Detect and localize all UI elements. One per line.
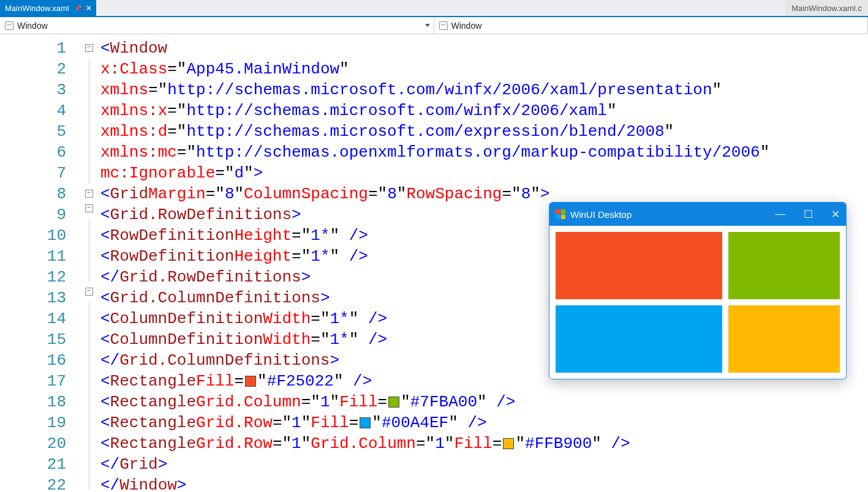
- code-line[interactable]: <Rectangle Grid.Row="1" Grid.Column="1" …: [100, 433, 769, 454]
- line-number-gutter: 12345678910111213141516171819202122: [0, 34, 80, 492]
- code-line[interactable]: mc:Ignorable="d">: [100, 163, 769, 184]
- line-number: 2: [0, 59, 66, 80]
- code-line[interactable]: xmlns:x="http://schemas.microsoft.com/wi…: [100, 100, 769, 121]
- line-number: 22: [0, 475, 66, 492]
- code-line[interactable]: <Grid Margin="8" ColumnSpacing="8" RowSp…: [100, 184, 769, 204]
- window-icon: [5, 21, 13, 30]
- close-icon[interactable]: ✕: [831, 208, 840, 221]
- fold-toggle[interactable]: −: [85, 288, 93, 296]
- code-line[interactable]: <Rectangle Grid.Row="1" Fill="#00A4EF" /…: [100, 412, 769, 433]
- line-number: 21: [0, 454, 66, 475]
- line-number: 8: [0, 184, 66, 204]
- app-icon: [556, 209, 565, 219]
- breadcrumb-right-label: Window: [451, 21, 482, 31]
- code-line[interactable]: x:Class="App45.MainWindow": [100, 59, 769, 80]
- line-number: 19: [0, 412, 66, 433]
- line-number: 3: [0, 80, 66, 100]
- line-number: 1: [0, 38, 66, 59]
- fold-toggle[interactable]: −: [85, 204, 93, 212]
- fold-column: −−−−: [80, 34, 98, 492]
- preview-body: [549, 226, 846, 379]
- breadcrumb-right[interactable]: Window: [434, 17, 869, 34]
- code-line[interactable]: <Rectangle Grid.Column="1" Fill="#7FBA00…: [100, 392, 769, 412]
- chevron-down-icon: [425, 24, 430, 27]
- line-number: 10: [0, 225, 66, 246]
- breadcrumb-bar: Window Window: [0, 17, 868, 34]
- close-icon[interactable]: ×: [86, 3, 91, 13]
- overflow-tab-label: MainWindow.xaml.c: [791, 4, 862, 13]
- line-number: 9: [0, 204, 66, 225]
- code-line[interactable]: xmlns:d="http://schemas.microsoft.com/ex…: [100, 121, 769, 142]
- code-line[interactable]: xmlns="http://schemas.microsoft.com/winf…: [100, 80, 769, 100]
- fold-toggle[interactable]: −: [85, 44, 93, 52]
- line-number: 17: [0, 371, 66, 392]
- line-number: 7: [0, 163, 66, 184]
- maximize-icon[interactable]: ☐: [804, 208, 813, 221]
- preview-window[interactable]: WinUI Desktop — ☐ ✕: [549, 202, 847, 379]
- color-swatch: [245, 376, 256, 387]
- window-icon: [439, 21, 448, 30]
- overflow-tab[interactable]: MainWindow.xaml.c: [785, 0, 868, 16]
- line-number: 5: [0, 121, 66, 142]
- color-swatch: [360, 417, 371, 428]
- fold-toggle[interactable]: −: [85, 190, 93, 198]
- line-number: 16: [0, 350, 66, 371]
- color-swatch: [503, 438, 514, 449]
- code-line[interactable]: </Window>: [100, 475, 769, 492]
- line-number: 15: [0, 329, 66, 350]
- rect-orange: [556, 232, 722, 299]
- line-number: 14: [0, 308, 66, 329]
- breadcrumb-left[interactable]: Window: [0, 17, 434, 34]
- color-swatch: [388, 397, 399, 408]
- pin-icon[interactable]: 📌: [74, 5, 81, 12]
- rect-green: [728, 232, 840, 299]
- tab-label: MainWindow.xaml: [5, 4, 69, 13]
- active-tab[interactable]: MainWindow.xaml 📌 ×: [0, 0, 96, 16]
- preview-titlebar[interactable]: WinUI Desktop — ☐ ✕: [549, 203, 846, 226]
- line-number: 12: [0, 267, 66, 288]
- rect-yellow: [728, 305, 840, 373]
- line-number: 6: [0, 142, 66, 163]
- line-number: 18: [0, 392, 66, 412]
- line-number: 20: [0, 433, 66, 454]
- line-number: 11: [0, 246, 66, 267]
- code-line[interactable]: xmlns:mc="http://schemas.openxmlformats.…: [100, 142, 769, 163]
- line-number: 13: [0, 288, 66, 308]
- tab-bar: MainWindow.xaml 📌 × MainWindow.xaml.c: [0, 0, 868, 17]
- code-line[interactable]: </Grid>: [100, 454, 769, 475]
- preview-title: WinUI Desktop: [570, 209, 632, 220]
- minimize-icon[interactable]: —: [775, 208, 785, 221]
- code-line[interactable]: <Window: [100, 38, 769, 59]
- rect-blue: [556, 305, 722, 373]
- line-number: 4: [0, 100, 66, 121]
- breadcrumb-left-label: Window: [17, 21, 48, 31]
